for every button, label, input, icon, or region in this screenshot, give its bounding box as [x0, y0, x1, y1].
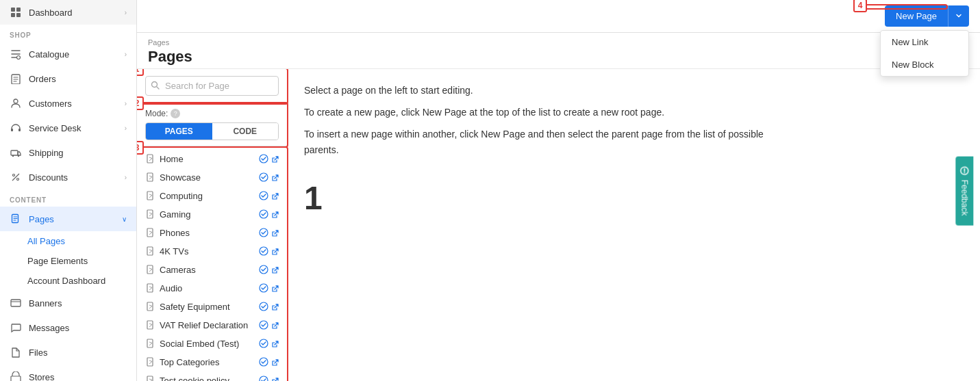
- page-list-item[interactable]: Top Categories: [137, 354, 287, 372]
- page-file-icon: [147, 302, 155, 313]
- page-name-label: Showcase: [160, 172, 255, 184]
- page-list-item[interactable]: Test cookie policy: [137, 372, 287, 381]
- mode-help-icon[interactable]: ?: [171, 109, 180, 118]
- page-name-label: Social Embed (Test): [160, 339, 255, 350]
- sidebar-item-banners[interactable]: Banners: [0, 291, 136, 315]
- svg-point-17: [152, 81, 158, 87]
- page-link-icon[interactable]: [271, 265, 280, 276]
- page-actions: [259, 302, 280, 313]
- page-file-icon: [147, 246, 155, 258]
- new-page-button-group: New Page: [885, 5, 969, 27]
- page-status-icon[interactable]: [259, 172, 268, 184]
- page-status-icon[interactable]: [259, 191, 268, 202]
- page-link-icon[interactable]: [271, 321, 280, 332]
- page-link-icon[interactable]: [271, 302, 280, 313]
- mode-code-btn[interactable]: CODE: [212, 123, 279, 140]
- sidebar-item-stores[interactable]: Stores: [0, 365, 136, 381]
- sidebar-sub-page-elements[interactable]: Page Elements: [0, 251, 136, 271]
- svg-point-23: [260, 192, 268, 200]
- sidebar-item-messages[interactable]: Messages: [0, 315, 136, 340]
- sidebar: Dashboard › SHOP Catalogue › Orders Cust…: [0, 0, 137, 381]
- sidebar-item-label: Orders: [29, 74, 127, 84]
- svg-point-19: [260, 155, 268, 163]
- page-list-item[interactable]: 4K TVs: [137, 243, 287, 261]
- page-status-icon[interactable]: [259, 302, 268, 313]
- page-file-icon: [147, 209, 155, 221]
- mode-pages-btn[interactable]: PAGES: [146, 123, 212, 140]
- page-link-icon[interactable]: [271, 376, 280, 382]
- messages-icon: [10, 321, 22, 334]
- svg-rect-8: [18, 129, 21, 131]
- page-list-item[interactable]: Cameras: [137, 261, 287, 280]
- chevron-icon: ›: [125, 9, 127, 16]
- sidebar-item-shipping[interactable]: Shipping: [0, 140, 136, 165]
- page-status-icon[interactable]: [259, 265, 268, 276]
- page-list-item[interactable]: Safety Equipment: [137, 298, 287, 317]
- svg-point-13: [17, 179, 19, 181]
- svg-point-29: [260, 247, 268, 255]
- page-actions: [259, 228, 280, 239]
- sidebar-item-files[interactable]: Files: [0, 340, 136, 365]
- page-link-icon[interactable]: [271, 173, 280, 184]
- page-list-item[interactable]: Showcase: [137, 169, 287, 187]
- page-link-icon[interactable]: [271, 192, 280, 202]
- page-link-icon[interactable]: [271, 284, 280, 295]
- page-list-item[interactable]: VAT Relief Declaration: [137, 317, 287, 335]
- new-page-button[interactable]: New Page: [885, 5, 948, 27]
- page-status-icon[interactable]: [259, 357, 268, 369]
- page-actions: [259, 172, 280, 184]
- feedback-tab[interactable]: Feedback: [956, 156, 974, 225]
- sidebar-item-label: Stores: [29, 372, 127, 382]
- sidebar-item-service-desk[interactable]: Service Desk ›: [0, 116, 136, 140]
- page-name-label: 4K TVs: [160, 246, 255, 258]
- sidebar-item-customers[interactable]: Customers ›: [0, 91, 136, 116]
- new-page-dropdown-toggle[interactable]: [948, 5, 969, 27]
- page-list-item[interactable]: Social Embed (Test): [137, 335, 287, 354]
- sidebar-sub-all-pages[interactable]: All Pages: [0, 231, 136, 251]
- mode-container: 2 Mode: ? PAGES CODE: [137, 103, 287, 146]
- page-link-icon[interactable]: [271, 247, 280, 258]
- sidebar-sub-account-dashboard[interactable]: Account Dashboard: [0, 271, 136, 291]
- page-file-icon: [147, 228, 155, 239]
- page-status-icon[interactable]: [259, 154, 268, 166]
- page-actions: [259, 283, 280, 295]
- discounts-icon: [10, 171, 22, 183]
- page-link-icon[interactable]: [271, 155, 280, 166]
- page-list-item[interactable]: Audio: [137, 280, 287, 298]
- page-name-label: Top Categories: [160, 357, 255, 369]
- page-list-item[interactable]: Computing: [137, 187, 287, 206]
- sidebar-item-pages[interactable]: Pages ∨: [0, 207, 136, 231]
- mode-label-text: Mode:: [145, 109, 168, 118]
- page-link-icon[interactable]: [271, 228, 280, 239]
- page-status-icon[interactable]: [259, 228, 268, 239]
- sidebar-item-orders[interactable]: Orders: [0, 66, 136, 91]
- page-list-item[interactable]: Gaming: [137, 206, 287, 224]
- svg-point-35: [260, 302, 268, 311]
- page-status-icon[interactable]: [259, 376, 268, 381]
- sidebar-item-label: Catalogue: [29, 49, 118, 60]
- svg-point-10: [12, 155, 14, 157]
- page-link-icon[interactable]: [271, 358, 280, 369]
- sidebar-item-discounts[interactable]: Discounts ›: [0, 165, 136, 189]
- page-status-icon[interactable]: [259, 339, 268, 350]
- page-link-icon[interactable]: [271, 210, 280, 221]
- sidebar-item-dashboard[interactable]: Dashboard ›: [0, 0, 136, 25]
- sidebar-item-label: Shipping: [29, 148, 127, 158]
- page-actions: [259, 246, 280, 258]
- new-link-item[interactable]: New Link: [881, 31, 968, 53]
- sidebar-item-catalogue[interactable]: Catalogue ›: [0, 42, 136, 66]
- page-status-icon[interactable]: [259, 283, 268, 295]
- page-status-icon[interactable]: [259, 320, 268, 332]
- svg-point-21: [260, 173, 268, 181]
- page-actions: [259, 376, 280, 381]
- page-status-icon[interactable]: [259, 209, 268, 221]
- page-list-item[interactable]: Phones: [137, 224, 287, 243]
- page-link-icon[interactable]: [271, 339, 280, 350]
- page-actions: [259, 209, 280, 221]
- page-list-item[interactable]: Home: [137, 150, 287, 169]
- search-input[interactable]: [145, 76, 279, 96]
- page-status-icon[interactable]: [259, 246, 268, 258]
- page-header: Pages Pages: [137, 33, 980, 69]
- new-block-item[interactable]: New Block: [881, 53, 968, 76]
- top-bar: 4 New Page New Link New Block: [137, 0, 980, 33]
